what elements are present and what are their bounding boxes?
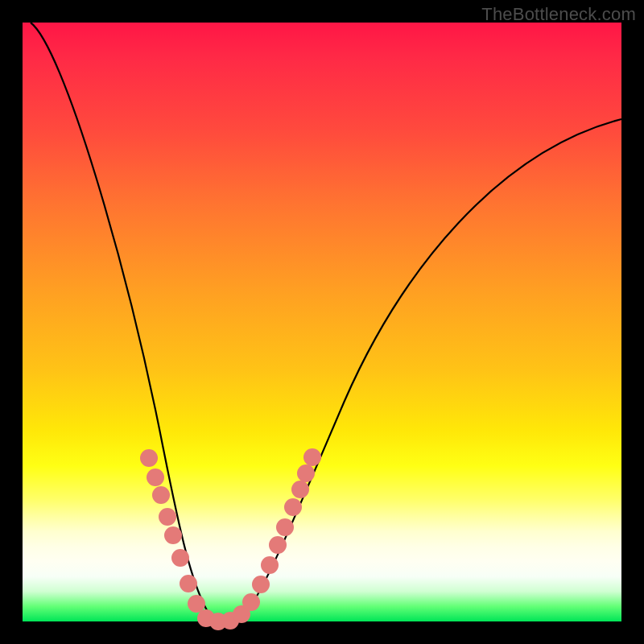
curve-marker (152, 486, 170, 504)
curve-marker (171, 549, 189, 567)
bottleneck-curve (31, 23, 621, 621)
marker-group (140, 448, 321, 630)
curve-marker (164, 526, 182, 544)
curve-marker (303, 448, 321, 466)
curve-marker (276, 518, 294, 536)
curve-marker (297, 464, 315, 482)
watermark-text: TheBottleneck.com (481, 4, 636, 25)
curve-marker (242, 593, 260, 611)
curve-marker (252, 576, 270, 593)
curve-marker (147, 469, 164, 486)
curve-marker (269, 536, 287, 554)
curve-marker (140, 449, 158, 467)
curve-marker (291, 481, 309, 498)
curve-marker (188, 595, 205, 613)
curve-marker (284, 498, 302, 516)
chart-overlay (23, 23, 621, 621)
curve-marker (159, 508, 176, 526)
chart-frame: TheBottleneck.com (0, 0, 644, 644)
curve-marker (180, 575, 197, 592)
curve-marker (261, 556, 279, 574)
